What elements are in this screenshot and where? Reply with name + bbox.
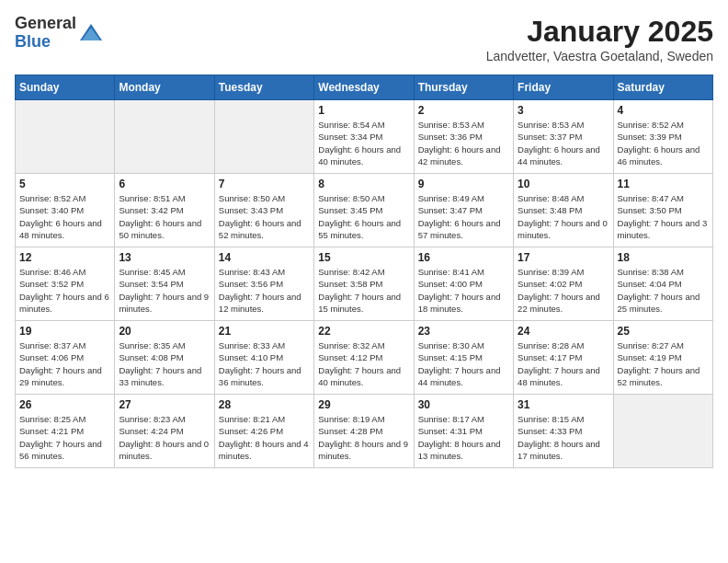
calendar-cell: 27Sunrise: 8:23 AM Sunset: 4:24 PM Dayli…	[115, 395, 214, 468]
day-info: Sunrise: 8:51 AM Sunset: 3:42 PM Dayligh…	[119, 192, 210, 241]
calendar-header-row: SundayMondayTuesdayWednesdayThursdayFrid…	[16, 75, 713, 100]
day-header-monday: Monday	[115, 75, 214, 100]
day-number: 5	[19, 178, 110, 190]
calendar-cell: 12Sunrise: 8:46 AM Sunset: 3:52 PM Dayli…	[16, 247, 115, 321]
calendar-cell: 22Sunrise: 8:32 AM Sunset: 4:12 PM Dayli…	[314, 321, 414, 395]
day-info: Sunrise: 8:28 AM Sunset: 4:17 PM Dayligh…	[518, 339, 609, 388]
title-block: January 2025 Landvetter, Vaestra Goetala…	[486, 15, 713, 63]
day-number: 25	[618, 325, 709, 338]
day-number: 12	[19, 251, 110, 264]
day-number: 3	[518, 104, 609, 117]
day-info: Sunrise: 8:39 AM Sunset: 4:02 PM Dayligh…	[518, 266, 609, 315]
month-title: January 2025	[486, 15, 713, 49]
day-number: 6	[119, 178, 210, 190]
calendar-cell	[613, 395, 712, 468]
calendar-cell: 2Sunrise: 8:53 AM Sunset: 3:36 PM Daylig…	[414, 100, 513, 174]
day-number: 9	[418, 178, 509, 190]
day-info: Sunrise: 8:42 AM Sunset: 3:58 PM Dayligh…	[318, 266, 409, 315]
calendar-cell: 13Sunrise: 8:45 AM Sunset: 3:54 PM Dayli…	[115, 247, 214, 321]
calendar-cell: 16Sunrise: 8:41 AM Sunset: 4:00 PM Dayli…	[414, 247, 513, 321]
calendar-cell: 23Sunrise: 8:30 AM Sunset: 4:15 PM Dayli…	[414, 321, 513, 395]
day-info: Sunrise: 8:35 AM Sunset: 4:08 PM Dayligh…	[119, 339, 210, 388]
calendar-cell: 11Sunrise: 8:47 AM Sunset: 3:50 PM Dayli…	[613, 174, 712, 247]
day-info: Sunrise: 8:25 AM Sunset: 4:21 PM Dayligh…	[19, 413, 110, 462]
day-info: Sunrise: 8:52 AM Sunset: 3:40 PM Dayligh…	[19, 192, 110, 241]
calendar-table: SundayMondayTuesdayWednesdayThursdayFrid…	[15, 75, 713, 468]
day-number: 15	[318, 251, 409, 264]
calendar-cell: 25Sunrise: 8:27 AM Sunset: 4:19 PM Dayli…	[613, 321, 712, 395]
day-number: 11	[618, 178, 709, 190]
day-number: 23	[418, 325, 509, 338]
day-number: 2	[418, 104, 509, 117]
day-info: Sunrise: 8:43 AM Sunset: 3:56 PM Dayligh…	[219, 266, 310, 315]
day-number: 31	[518, 398, 609, 411]
day-info: Sunrise: 8:41 AM Sunset: 4:00 PM Dayligh…	[418, 266, 509, 315]
calendar-week-row: 12Sunrise: 8:46 AM Sunset: 3:52 PM Dayli…	[16, 247, 713, 321]
calendar-cell: 21Sunrise: 8:33 AM Sunset: 4:10 PM Dayli…	[214, 321, 313, 395]
day-info: Sunrise: 8:54 AM Sunset: 3:34 PM Dayligh…	[318, 119, 409, 167]
day-number: 20	[119, 325, 210, 338]
day-info: Sunrise: 8:45 AM Sunset: 3:54 PM Dayligh…	[119, 266, 210, 315]
day-number: 13	[119, 251, 210, 264]
calendar-cell: 29Sunrise: 8:19 AM Sunset: 4:28 PM Dayli…	[314, 395, 414, 468]
day-info: Sunrise: 8:38 AM Sunset: 4:04 PM Dayligh…	[618, 266, 709, 315]
day-number: 14	[219, 251, 310, 264]
day-info: Sunrise: 8:19 AM Sunset: 4:28 PM Dayligh…	[318, 413, 409, 462]
calendar-week-row: 19Sunrise: 8:37 AM Sunset: 4:06 PM Dayli…	[16, 321, 713, 395]
day-number: 8	[318, 178, 409, 190]
day-number: 30	[418, 398, 509, 411]
calendar-cell: 7Sunrise: 8:50 AM Sunset: 3:43 PM Daylig…	[214, 174, 313, 247]
day-number: 24	[518, 325, 609, 338]
day-number: 18	[618, 251, 709, 264]
calendar-cell: 20Sunrise: 8:35 AM Sunset: 4:08 PM Dayli…	[115, 321, 214, 395]
day-number: 21	[219, 325, 310, 338]
calendar-cell: 24Sunrise: 8:28 AM Sunset: 4:17 PM Dayli…	[514, 321, 613, 395]
calendar-cell: 6Sunrise: 8:51 AM Sunset: 3:42 PM Daylig…	[115, 174, 214, 247]
day-info: Sunrise: 8:50 AM Sunset: 3:45 PM Dayligh…	[318, 192, 409, 241]
day-info: Sunrise: 8:33 AM Sunset: 4:10 PM Dayligh…	[219, 339, 310, 388]
day-info: Sunrise: 8:53 AM Sunset: 3:37 PM Dayligh…	[518, 119, 609, 167]
day-info: Sunrise: 8:15 AM Sunset: 4:33 PM Dayligh…	[518, 413, 609, 462]
day-info: Sunrise: 8:21 AM Sunset: 4:26 PM Dayligh…	[219, 413, 310, 462]
calendar-cell	[115, 100, 214, 174]
day-number: 22	[318, 325, 409, 338]
day-number: 7	[219, 178, 310, 190]
calendar-cell: 18Sunrise: 8:38 AM Sunset: 4:04 PM Dayli…	[613, 247, 712, 321]
day-info: Sunrise: 8:50 AM Sunset: 3:43 PM Dayligh…	[219, 192, 310, 241]
calendar-cell: 17Sunrise: 8:39 AM Sunset: 4:02 PM Dayli…	[514, 247, 613, 321]
calendar-cell: 31Sunrise: 8:15 AM Sunset: 4:33 PM Dayli…	[514, 395, 613, 468]
calendar-cell: 10Sunrise: 8:48 AM Sunset: 3:48 PM Dayli…	[514, 174, 613, 247]
logo: General Blue	[15, 15, 104, 52]
day-info: Sunrise: 8:52 AM Sunset: 3:39 PM Dayligh…	[618, 119, 709, 167]
calendar-week-row: 26Sunrise: 8:25 AM Sunset: 4:21 PM Dayli…	[16, 395, 713, 468]
page-header: General Blue January 2025 Landvetter, Va…	[15, 15, 713, 63]
calendar-cell: 19Sunrise: 8:37 AM Sunset: 4:06 PM Dayli…	[16, 321, 115, 395]
day-number: 27	[119, 398, 210, 411]
day-number: 28	[219, 398, 310, 411]
day-header-thursday: Thursday	[414, 75, 513, 100]
calendar-cell: 15Sunrise: 8:42 AM Sunset: 3:58 PM Dayli…	[314, 247, 414, 321]
calendar-cell: 28Sunrise: 8:21 AM Sunset: 4:26 PM Dayli…	[214, 395, 313, 468]
calendar-week-row: 1Sunrise: 8:54 AM Sunset: 3:34 PM Daylig…	[16, 100, 713, 174]
logo-general: General	[15, 15, 76, 33]
day-info: Sunrise: 8:53 AM Sunset: 3:36 PM Dayligh…	[418, 119, 509, 167]
location: Landvetter, Vaestra Goetaland, Sweden	[486, 49, 713, 63]
logo-blue: Blue	[15, 33, 76, 52]
day-header-wednesday: Wednesday	[314, 75, 414, 100]
day-info: Sunrise: 8:27 AM Sunset: 4:19 PM Dayligh…	[618, 339, 709, 388]
day-info: Sunrise: 8:47 AM Sunset: 3:50 PM Dayligh…	[618, 192, 709, 241]
day-header-saturday: Saturday	[613, 75, 712, 100]
calendar-cell: 30Sunrise: 8:17 AM Sunset: 4:31 PM Dayli…	[414, 395, 513, 468]
day-header-friday: Friday	[514, 75, 613, 100]
day-number: 29	[318, 398, 409, 411]
day-info: Sunrise: 8:37 AM Sunset: 4:06 PM Dayligh…	[19, 339, 110, 388]
day-number: 1	[318, 104, 409, 117]
calendar-cell: 3Sunrise: 8:53 AM Sunset: 3:37 PM Daylig…	[514, 100, 613, 174]
day-number: 19	[19, 325, 110, 338]
calendar-cell: 5Sunrise: 8:52 AM Sunset: 3:40 PM Daylig…	[16, 174, 115, 247]
calendar-cell: 26Sunrise: 8:25 AM Sunset: 4:21 PM Dayli…	[16, 395, 115, 468]
calendar-cell: 4Sunrise: 8:52 AM Sunset: 3:39 PM Daylig…	[613, 100, 712, 174]
day-header-sunday: Sunday	[16, 75, 115, 100]
calendar-cell: 9Sunrise: 8:49 AM Sunset: 3:47 PM Daylig…	[414, 174, 513, 247]
day-number: 4	[618, 104, 709, 117]
